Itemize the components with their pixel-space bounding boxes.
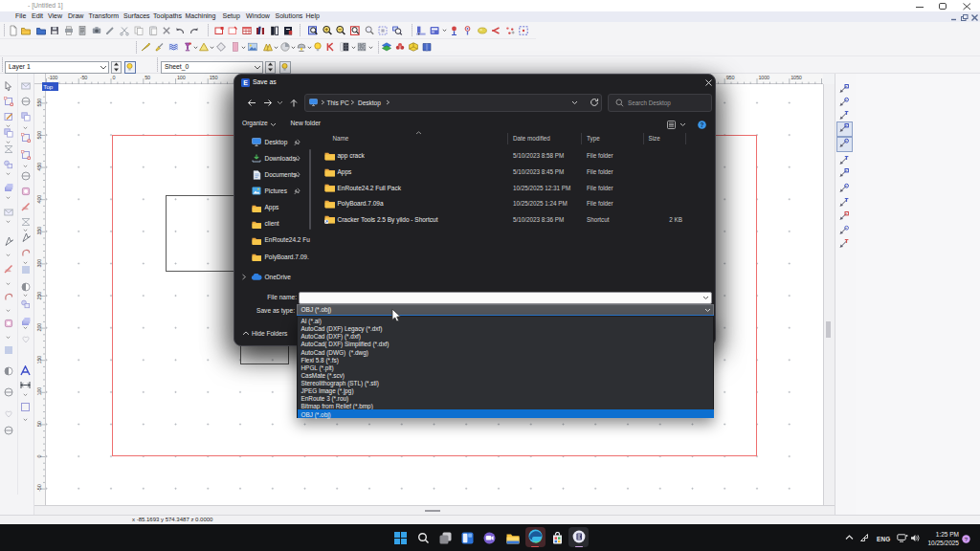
svg-text:?: ?: [700, 121, 703, 127]
svg-text:E: E: [243, 79, 248, 86]
